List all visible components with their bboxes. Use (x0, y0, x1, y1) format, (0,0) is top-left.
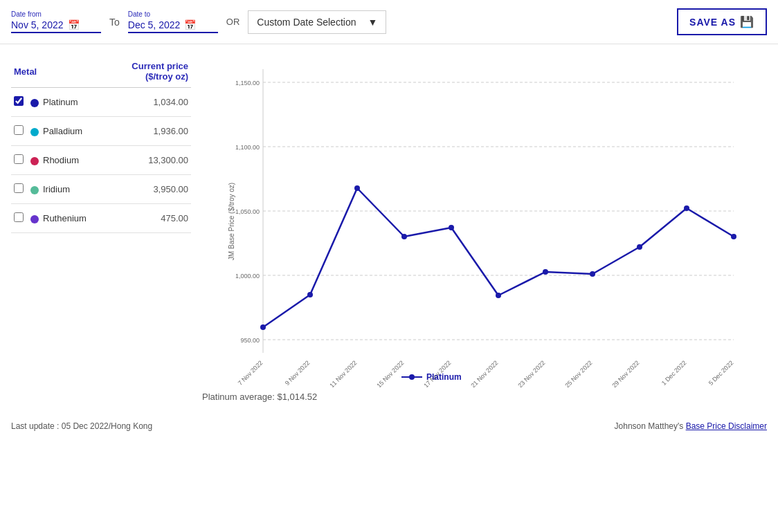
date-to-value[interactable]: Dec 5, 2022 (128, 19, 181, 30)
chart-container: JM Base Price ($/troy oz) 950.00 (202, 55, 767, 387)
rhodium-name-cell: Rhodium (28, 146, 109, 175)
svg-point-22 (731, 234, 736, 239)
platinum-name-cell: Platinum (28, 88, 109, 117)
svg-text:5 Dec 2022: 5 Dec 2022 (707, 359, 735, 387)
svg-text:1,000.00: 1,000.00 (235, 273, 260, 279)
svg-text:25 Nov 2022: 25 Nov 2022 (563, 359, 593, 387)
svg-text:950.00: 950.00 (240, 337, 260, 344)
metal-row-iridium: Iridium3,950.00 (11, 175, 191, 204)
palladium-dot (30, 128, 39, 136)
iridium-price: 3,950.00 (109, 175, 191, 204)
svg-text:1,150.00: 1,150.00 (235, 80, 260, 86)
platinum-checkbox[interactable] (14, 96, 24, 106)
platinum-price: 1,034.00 (109, 88, 191, 117)
svg-point-18 (543, 269, 548, 275)
svg-point-17 (496, 293, 501, 298)
average-label: Platinum average: (202, 392, 275, 402)
platinum-checkbox-cell (11, 88, 28, 117)
rhodium-price: 13,300.00 (109, 146, 191, 175)
rhodium-label: Rhodium (43, 155, 79, 165)
price-header: Current price ($/troy oz) (109, 55, 191, 88)
svg-text:1,050.00: 1,050.00 (235, 208, 260, 215)
last-update: Last update : 05 Dec 2022/Hong Kong (11, 421, 152, 431)
footer: Last update : 05 Dec 2022/Hong Kong John… (0, 413, 778, 439)
svg-point-19 (590, 271, 595, 277)
platinum-dot (30, 99, 39, 107)
svg-point-13 (307, 292, 313, 297)
save-as-button[interactable]: SAVE AS 💾 (677, 8, 767, 35)
date-to-label: Date to (128, 10, 218, 18)
iridium-checkbox[interactable] (14, 183, 24, 193)
save-icon: 💾 (740, 15, 754, 28)
iridium-name-cell: Iridium (28, 175, 109, 204)
iridium-dot (30, 186, 39, 194)
custom-date-label: Custom Date Selection (257, 17, 356, 28)
svg-text:29 Nov 2022: 29 Nov 2022 (610, 359, 640, 387)
average-text: Platinum average: $1,014.52 (202, 392, 767, 402)
svg-text:1 Dec 2022: 1 Dec 2022 (660, 359, 688, 387)
date-from-label: Date from (11, 10, 101, 18)
svg-text:15 Nov 2022: 15 Nov 2022 (375, 359, 405, 387)
metal-row-ruthenium: Ruthenium475.00 (11, 204, 191, 233)
ruthenium-dot (30, 215, 39, 223)
palladium-checkbox[interactable] (14, 125, 24, 135)
metal-header: Metal (11, 55, 109, 88)
calendar-to-icon[interactable]: 📅 (184, 19, 196, 30)
svg-text:11 Nov 2022: 11 Nov 2022 (328, 359, 358, 387)
metals-sidebar: Metal Current price ($/troy oz) Platinum… (11, 55, 191, 402)
svg-point-14 (354, 185, 360, 191)
palladium-label: Palladium (43, 126, 82, 136)
price-chart: JM Base Price ($/troy oz) 950.00 (202, 55, 767, 387)
top-bar: Date from Nov 5, 2022 📅 To Date to Dec 5… (0, 0, 778, 44)
iridium-label: Iridium (43, 184, 70, 194)
svg-point-12 (260, 324, 266, 330)
ruthenium-name-cell: Ruthenium (28, 204, 109, 233)
metal-row-platinum: Platinum1,034.00 (11, 88, 191, 117)
metal-row-rhodium: Rhodium13,300.00 (11, 146, 191, 175)
palladium-name-cell: Palladium (28, 117, 109, 146)
custom-date-dropdown[interactable]: Custom Date Selection ▼ (248, 10, 386, 34)
or-label: OR (226, 17, 240, 27)
save-as-label: SAVE AS (689, 17, 736, 28)
calendar-from-icon[interactable]: 📅 (68, 19, 80, 30)
svg-text:JM Base Price ($/troy oz): JM Base Price ($/troy oz) (228, 183, 235, 260)
svg-text:1,100.00: 1,100.00 (235, 144, 260, 151)
to-separator: To (109, 17, 120, 28)
disclaimer-link[interactable]: Base Price Disclaimer (686, 421, 767, 431)
date-from-value[interactable]: Nov 5, 2022 (11, 19, 64, 30)
svg-text:7 Nov 2022: 7 Nov 2022 (237, 359, 264, 387)
svg-point-15 (401, 234, 407, 239)
metal-row-palladium: Palladium1,936.00 (11, 117, 191, 146)
iridium-checkbox-cell (11, 175, 28, 204)
platinum-label: Platinum (43, 97, 78, 107)
svg-text:21 Nov 2022: 21 Nov 2022 (469, 359, 499, 387)
rhodium-checkbox-cell (11, 146, 28, 175)
ruthenium-price: 475.00 (109, 204, 191, 233)
jm-disclaimer: Johnson Matthey's Base Price Disclaimer (615, 421, 767, 431)
svg-point-20 (637, 244, 642, 250)
ruthenium-checkbox-cell (11, 204, 28, 233)
rhodium-checkbox[interactable] (14, 154, 24, 164)
svg-point-35 (409, 374, 415, 380)
chart-area: JM Base Price ($/troy oz) 950.00 (202, 55, 767, 402)
main-content: Metal Current price ($/troy oz) Platinum… (0, 44, 778, 413)
svg-point-16 (449, 225, 454, 230)
date-to-field: Date to Dec 5, 2022 📅 (128, 10, 218, 33)
dropdown-arrow-icon: ▼ (368, 17, 377, 28)
svg-text:23 Nov 2022: 23 Nov 2022 (516, 359, 546, 387)
svg-point-21 (684, 205, 689, 211)
ruthenium-checkbox[interactable] (14, 212, 24, 222)
date-from-field: Date from Nov 5, 2022 📅 (11, 10, 101, 33)
palladium-checkbox-cell (11, 117, 28, 146)
average-value: $1,014.52 (277, 392, 317, 402)
rhodium-dot (30, 157, 39, 165)
metals-table: Metal Current price ($/troy oz) Platinum… (11, 55, 191, 233)
palladium-price: 1,936.00 (109, 117, 191, 146)
ruthenium-label: Ruthenium (43, 213, 87, 223)
svg-text:9 Nov 2022: 9 Nov 2022 (284, 359, 311, 387)
svg-text:Platinum: Platinum (426, 372, 462, 382)
